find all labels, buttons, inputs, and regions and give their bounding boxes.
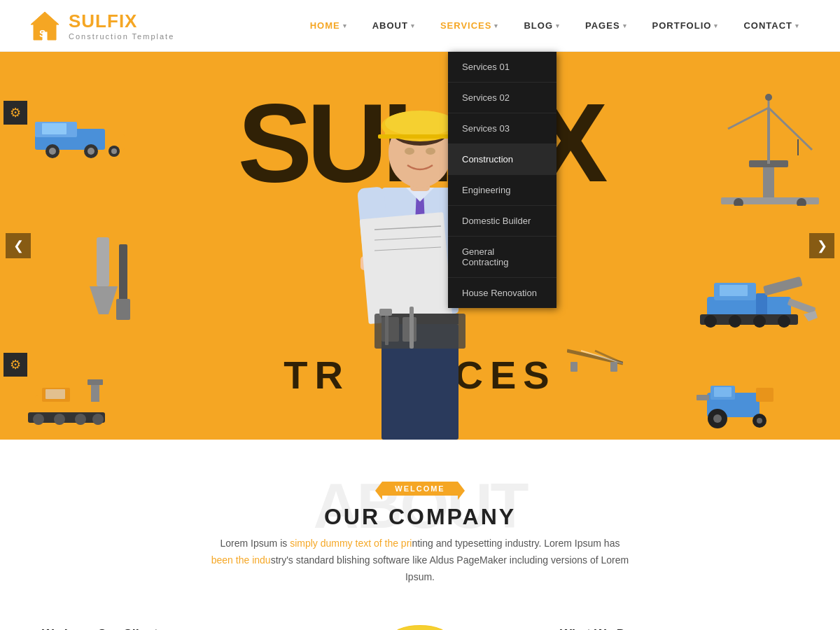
svg-rect-83 <box>410 307 414 349</box>
svg-point-7 <box>49 148 56 155</box>
svg-point-61 <box>713 414 722 423</box>
welcome-badge-text: WELCOME <box>382 482 457 496</box>
svg-rect-42 <box>763 276 803 296</box>
nav-contact[interactable]: CONTACT ▾ <box>731 0 812 52</box>
svg-rect-74 <box>360 212 453 324</box>
barrier-icon <box>567 342 623 377</box>
svg-point-24 <box>75 414 86 425</box>
about-cards: We Love Our Clients Lorem ipsum dolor si… <box>28 613 812 630</box>
logo-icon: S <box>28 9 62 43</box>
svg-rect-12 <box>97 237 109 286</box>
chevron-down-icon: ▾ <box>714 22 718 29</box>
svg-point-63 <box>757 418 762 424</box>
svg-point-93 <box>385 111 455 136</box>
svg-rect-34 <box>793 155 803 162</box>
nav-portfolio[interactable]: PORTFOLIO ▾ <box>640 0 732 52</box>
dropdown-item-domestic-builder[interactable]: Domestic Builder <box>448 206 556 237</box>
chevron-down-icon: ▾ <box>411 22 415 29</box>
nav-blog[interactable]: BLOG ▾ <box>511 0 573 52</box>
dropdown-item-engineering[interactable]: Engineering <box>448 175 556 206</box>
svg-rect-54 <box>570 362 578 372</box>
svg-marker-13 <box>90 286 118 314</box>
svg-point-48 <box>753 315 766 328</box>
logo[interactable]: S SULFIX Construction Template <box>28 9 174 43</box>
svg-point-89 <box>426 148 435 155</box>
dropdown-item-construction[interactable]: Construction <box>448 144 556 175</box>
card-what-we-do: What We Do Lorem ipsum dolor sit amet, v… <box>546 613 812 630</box>
nav-services[interactable]: SERVICES ▾ <box>428 0 512 52</box>
svg-line-30 <box>728 108 769 129</box>
dropdown-item-services02[interactable]: Services 02 <box>448 83 556 113</box>
svg-rect-43 <box>788 298 816 314</box>
tractor-icon <box>693 375 784 434</box>
truck-icon <box>35 115 126 163</box>
about-center: ♥ <box>343 613 497 630</box>
slide-prev-button[interactable]: ❮ <box>6 233 31 258</box>
svg-marker-44 <box>804 311 818 321</box>
svg-point-88 <box>405 148 414 155</box>
svg-rect-55 <box>610 362 617 372</box>
dropdown-item-house-renovation[interactable]: House Renovation <box>448 278 556 308</box>
logo-text: SULFIX Construction Template <box>69 10 174 41</box>
nav-about[interactable]: ABOUT ▾ <box>360 0 428 52</box>
svg-point-23 <box>54 414 65 425</box>
chevron-down-icon: ▾ <box>343 22 347 29</box>
svg-point-25 <box>92 414 104 425</box>
svg-point-9 <box>88 148 94 155</box>
services-dropdown: Services 01 Services 02 Services 03 Cons… <box>448 52 556 308</box>
svg-rect-26 <box>763 164 774 202</box>
main-nav: HOME ▾ ABOUT ▾ SERVICES ▾ BLOG ▾ PAGES ▾… <box>298 0 812 52</box>
dropdown-item-services03[interactable]: Services 03 <box>448 113 556 144</box>
chevron-down-icon: ▾ <box>494 22 498 29</box>
svg-rect-64 <box>696 395 709 400</box>
about-section: ABOUT WELCOME OUR COMPANY Lorem Ipsum is… <box>0 440 840 630</box>
welcome-badge: WELCOME <box>382 482 457 496</box>
svg-rect-14 <box>119 244 127 300</box>
bulldozer-icon <box>28 374 133 433</box>
card1-title: We Love Our Clients <box>42 627 280 630</box>
svg-point-46 <box>704 315 717 328</box>
svg-point-11 <box>111 148 117 154</box>
hero-section: SULFIX TR VICES ⚙ <box>0 52 840 440</box>
dropdown-item-general-contracting[interactable]: General Contracting <box>448 237 556 278</box>
about-description: Lorem Ipsum is simply dummy text of the … <box>210 536 630 585</box>
tools-icon <box>63 237 154 331</box>
svg-rect-4 <box>42 123 66 134</box>
svg-rect-21 <box>88 379 103 385</box>
logo-subtitle: Construction Template <box>69 32 174 41</box>
svg-point-49 <box>778 315 790 328</box>
svg-rect-41 <box>756 293 767 318</box>
gear-icon-midleft: ⚙ <box>4 353 27 377</box>
gear-icon-topleft: ⚙ <box>4 101 27 125</box>
crane-icon <box>721 94 819 209</box>
svg-point-104 <box>393 626 447 630</box>
card-love-clients: We Love Our Clients Lorem ipsum dolor si… <box>28 613 294 630</box>
excavator-icon <box>700 248 819 342</box>
chevron-down-icon: ▾ <box>795 22 799 29</box>
nav-pages[interactable]: PAGES ▾ <box>573 0 640 52</box>
svg-point-32 <box>765 94 772 101</box>
header: S SULFIX Construction Template HOME ▾ AB… <box>0 0 840 52</box>
svg-rect-15 <box>116 299 130 320</box>
about-person <box>364 613 476 630</box>
card2-title: What We Do <box>560 627 798 630</box>
svg-text:S: S <box>39 28 46 39</box>
svg-rect-81 <box>382 317 399 342</box>
about-title: OUR COMPANY <box>324 504 516 530</box>
svg-rect-85 <box>379 309 392 316</box>
svg-rect-19 <box>46 389 65 399</box>
svg-rect-58 <box>714 387 732 397</box>
logo-name: SULFIX <box>69 10 174 32</box>
svg-point-47 <box>729 315 741 328</box>
svg-line-29 <box>769 108 812 150</box>
nav-home[interactable]: HOME ▾ <box>298 0 360 52</box>
chevron-down-icon: ▾ <box>623 22 627 29</box>
svg-point-22 <box>33 414 44 425</box>
svg-rect-40 <box>720 285 748 296</box>
chevron-down-icon: ▾ <box>556 22 560 29</box>
svg-rect-59 <box>756 388 774 402</box>
slide-next-button[interactable]: ❯ <box>809 233 834 258</box>
dropdown-item-services01[interactable]: Services 01 <box>448 52 556 83</box>
